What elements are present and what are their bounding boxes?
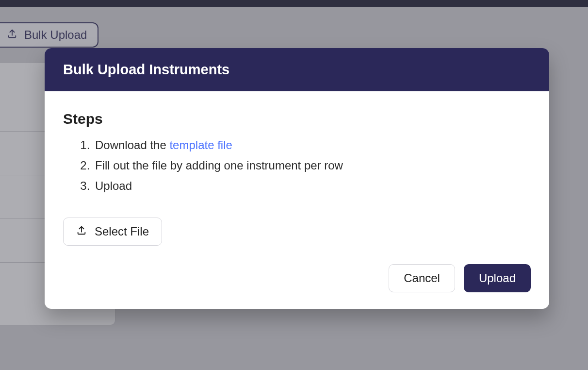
select-file-button[interactable]: Select File — [63, 218, 162, 246]
upload-button[interactable]: Upload — [464, 264, 531, 292]
step-item-3: Upload — [93, 176, 531, 196]
bulk-upload-modal: Bulk Upload Instruments Steps Download t… — [45, 48, 549, 309]
steps-heading: Steps — [63, 111, 531, 127]
select-file-label: Select File — [95, 225, 149, 238]
modal-header: Bulk Upload Instruments — [45, 48, 549, 91]
step-item-2: Fill out the file by adding one instrume… — [93, 155, 531, 176]
template-file-link[interactable]: template file — [169, 138, 232, 151]
step-item-1: Download the template file — [93, 135, 531, 155]
cancel-button[interactable]: Cancel — [389, 264, 455, 292]
modal-body: Steps Download the template file Fill ou… — [45, 91, 549, 260]
modal-footer: Cancel Upload — [45, 260, 549, 309]
upload-icon — [76, 225, 87, 238]
modal-title: Bulk Upload Instruments — [63, 62, 229, 77]
steps-list: Download the template file Fill out the … — [63, 135, 531, 196]
step-1-prefix: Download the — [95, 138, 169, 151]
